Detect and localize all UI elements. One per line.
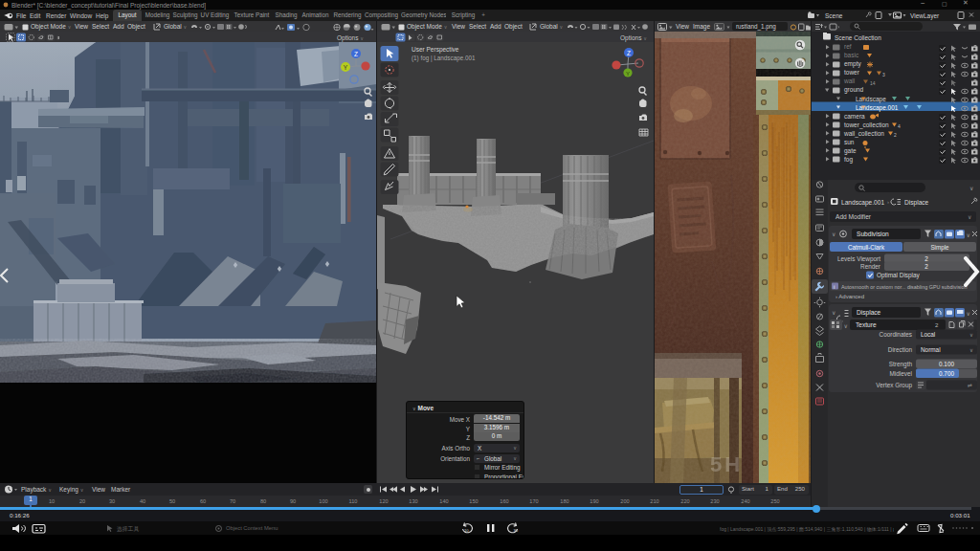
svg-text:Levels Viewport: Levels Viewport [837, 255, 880, 263]
svg-text:∨: ∨ [969, 332, 973, 338]
svg-text:›: › [887, 199, 889, 205]
svg-text:70: 70 [230, 498, 235, 504]
svg-text:Y: Y [344, 64, 348, 71]
svg-text:∨: ∨ [969, 347, 973, 353]
svg-text:camera: camera [844, 113, 865, 120]
svg-text:2: 2 [935, 321, 939, 328]
svg-text:Landscape.001: Landscape.001 [841, 199, 884, 207]
svg-text:10: 10 [49, 498, 55, 504]
svg-text:Strength: Strength [889, 361, 913, 368]
svg-text:3: 3 [882, 72, 885, 77]
svg-text:2: 2 [924, 263, 928, 270]
svg-text:5H: 5H [710, 452, 743, 476]
svg-text:i: i [834, 284, 835, 290]
svg-text:14: 14 [870, 80, 876, 86]
svg-text:20: 20 [79, 498, 85, 504]
svg-text:2: 2 [894, 132, 897, 138]
svg-text:2: 2 [924, 255, 928, 262]
svg-text:Y: Y [626, 71, 630, 77]
svg-text:ground: ground [844, 86, 864, 94]
svg-text:130: 130 [409, 498, 417, 504]
svg-text:190: 190 [590, 498, 598, 504]
svg-text:4: 4 [898, 123, 901, 129]
svg-text:150: 150 [469, 498, 478, 504]
svg-text:180: 180 [560, 498, 568, 504]
svg-text:140: 140 [439, 498, 448, 504]
svg-text:Displace: Displace [904, 199, 929, 207]
svg-text:Catmull-Clark: Catmull-Clark [848, 244, 885, 251]
svg-text:∨: ∨ [968, 214, 971, 220]
svg-text:30: 30 [109, 498, 115, 504]
svg-text:Normal: Normal [921, 346, 941, 353]
svg-text:120: 120 [379, 498, 388, 504]
svg-text:240: 240 [741, 498, 749, 504]
svg-text:Optimal Display: Optimal Display [877, 272, 921, 279]
svg-text:∨: ∨ [832, 310, 835, 316]
svg-text:sun: sun [844, 139, 855, 145]
svg-text:gate: gate [844, 147, 857, 155]
svg-text:110: 110 [349, 498, 358, 504]
svg-text:0.100: 0.100 [939, 361, 954, 367]
svg-text:⇄: ⇄ [968, 383, 972, 388]
svg-text:Texture: Texture [856, 321, 877, 328]
svg-text:∨: ∨ [967, 232, 970, 238]
svg-text:80: 80 [260, 498, 266, 504]
svg-text:Z: Z [627, 50, 631, 56]
svg-text:210: 210 [650, 498, 658, 504]
svg-text:160: 160 [500, 498, 508, 504]
svg-text:100: 100 [319, 498, 327, 504]
svg-text:Z: Z [354, 51, 358, 57]
svg-text:30: 30 [514, 528, 519, 533]
svg-text:basic: basic [844, 52, 859, 58]
svg-text:› Advanced: › Advanced [835, 294, 864, 299]
svg-text:Vertex Group: Vertex Group [876, 382, 912, 389]
svg-text:200: 200 [620, 498, 629, 504]
svg-text:Simple: Simple [930, 244, 949, 252]
svg-text:fog: fog [844, 156, 853, 164]
svg-text:ref: ref [844, 43, 852, 50]
svg-text:40: 40 [140, 498, 145, 504]
svg-text:250: 250 [770, 498, 779, 504]
svg-text:Add Modifier: Add Modifier [835, 213, 872, 220]
svg-text:Render: Render [860, 263, 881, 270]
svg-text:∨: ∨ [969, 186, 973, 191]
svg-text:wall: wall [843, 77, 856, 84]
svg-text:empty: empty [844, 60, 861, 68]
svg-text:wall_collection: wall_collection [843, 130, 884, 138]
svg-text:230: 230 [710, 498, 719, 504]
svg-text:220: 220 [680, 498, 689, 504]
svg-text:Autosmooth or custom nor... di: Autosmooth or custom nor... disabling GP… [841, 284, 968, 290]
svg-text:Local: Local [921, 331, 935, 338]
svg-text:∨: ∨ [967, 311, 970, 317]
svg-text:Landscape.001: Landscape.001 [856, 104, 899, 112]
svg-text:0.700: 0.700 [939, 370, 954, 377]
svg-text:Coordinates: Coordinates [880, 331, 912, 338]
svg-text:Subdivision: Subdivision [857, 231, 889, 237]
svg-text:170: 170 [529, 498, 538, 504]
svg-text:Displace: Displace [857, 309, 881, 317]
svg-text:Landscape: Landscape [856, 96, 886, 103]
svg-text:10: 10 [464, 528, 469, 533]
svg-text:tower_collection: tower_collection [844, 121, 889, 129]
svg-text:50: 50 [169, 498, 175, 504]
svg-text:Midlevel: Midlevel [890, 370, 912, 377]
svg-text:∨: ∨ [844, 323, 848, 329]
svg-text:tower: tower [844, 69, 860, 76]
svg-text:90: 90 [290, 498, 296, 504]
svg-text:∨: ∨ [832, 231, 835, 237]
svg-text:Direction: Direction [888, 346, 913, 353]
svg-text:60: 60 [200, 498, 206, 504]
